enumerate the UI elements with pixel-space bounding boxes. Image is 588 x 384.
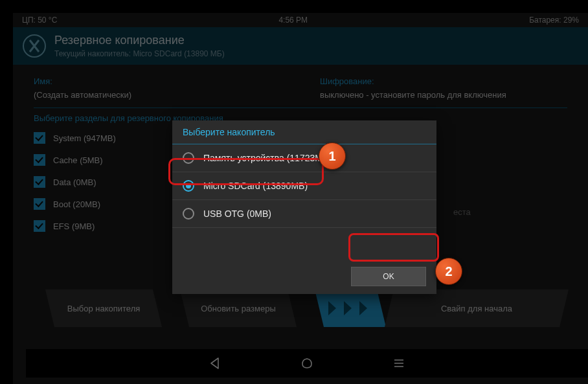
select-storage-button[interactable]: Выбор накопителя (45, 289, 162, 327)
partition-label: Cache (5MB) (53, 155, 103, 165)
checkbox-checked-icon[interactable] (34, 154, 45, 166)
nav-recent-icon[interactable] (392, 356, 406, 370)
radio-selected-icon[interactable] (183, 180, 194, 192)
nav-back-icon[interactable] (208, 356, 222, 370)
annotation-step-2: 2 (435, 258, 462, 285)
divider (34, 107, 567, 108)
storage-option-usb[interactable]: USB OTG (0MB) (172, 200, 436, 228)
partition-label: System (947MB) (53, 133, 116, 143)
page-title: Резервное копирование (54, 34, 225, 47)
twrp-logo-icon (22, 34, 47, 58)
name-value[interactable]: (Создать автоматически) (34, 90, 281, 100)
swipe-arrows-icon[interactable] (315, 289, 386, 327)
storage-option-sdcard[interactable]: Micro SDCard (13890MB) (172, 172, 436, 200)
clock: 4:56 PM (278, 16, 308, 25)
checkbox-checked-icon[interactable] (34, 198, 45, 210)
battery-status: Батарея: 29% (529, 16, 579, 25)
refresh-sizes-button[interactable]: Обновить размеры (180, 289, 297, 327)
dialog-title: Выберите накопитель (172, 120, 436, 144)
swipe-slider[interactable]: Свайп для начала (315, 289, 569, 327)
bottom-actions: Выбор накопителя Обновить размеры Свайп … (45, 289, 569, 327)
partition-label: Boot (20MB) (53, 199, 100, 209)
partition-label: Data (0MB) (53, 177, 96, 187)
page-subtitle: Текущий накопитель: Micro SDCard (13890 … (54, 49, 225, 58)
partition-label: EFS (9MB) (53, 221, 95, 231)
swipe-label: Свайп для начала (385, 289, 569, 327)
checkbox-checked-icon[interactable] (34, 132, 45, 144)
nav-home-icon[interactable] (300, 356, 314, 370)
checkbox-checked-icon[interactable] (34, 220, 45, 232)
status-bar: ЦП: 50 °C 4:56 PM Батарея: 29% (13, 13, 588, 27)
name-label: Имя: (34, 76, 281, 86)
nav-bar (26, 349, 588, 378)
storage-dialog: Выберите накопитель Память устройства (1… (172, 120, 436, 294)
checkbox-checked-icon[interactable] (34, 176, 45, 188)
storage-option-label: Micro SDCard (13890MB) (203, 181, 308, 191)
encryption-label: Шифрование: (320, 76, 567, 86)
encryption-value[interactable]: выключено - установите пароль для включе… (320, 90, 567, 100)
storage-option-label: Память устройства (11723MB) (203, 153, 332, 163)
annotation-step-1: 1 (319, 142, 346, 170)
storage-option-label: USB OTG (0MB) (203, 209, 271, 219)
radio-unselected-icon[interactable] (183, 208, 194, 220)
free-space-text: еста (453, 207, 471, 217)
ok-button[interactable]: OK (351, 267, 426, 286)
radio-unselected-icon[interactable] (183, 152, 194, 164)
page-header: Резервное копирование Текущий накопитель… (13, 27, 588, 65)
storage-option-internal[interactable]: Память устройства (11723MB) (172, 144, 436, 172)
cpu-temp: ЦП: 50 °C (22, 16, 57, 25)
